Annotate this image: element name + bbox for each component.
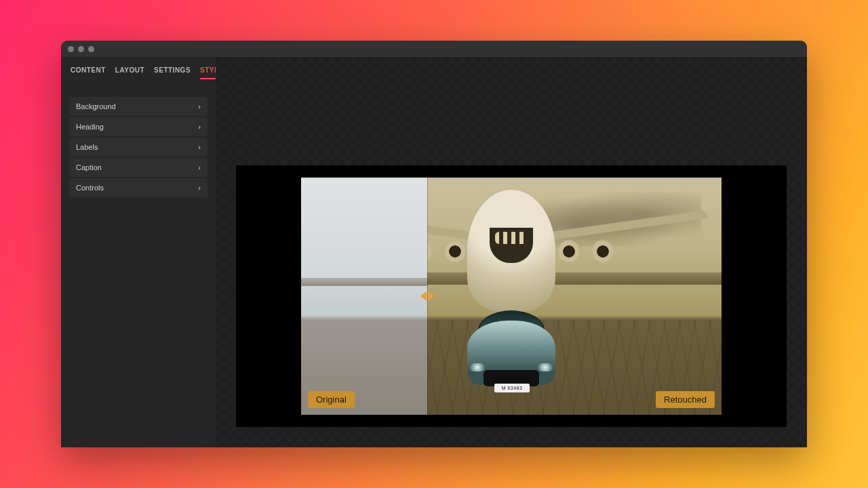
tab-settings[interactable]: SETTINGS <box>154 66 191 79</box>
menu-item-background[interactable]: Background › <box>69 97 208 116</box>
caret-left-icon <box>420 291 427 301</box>
traffic-light-minimize[interactable] <box>78 46 84 52</box>
menu-item-caption[interactable]: Caption › <box>69 158 208 177</box>
menu-item-label: Heading <box>76 123 104 131</box>
menu-item-label: Background <box>76 102 116 110</box>
chevron-right-icon: › <box>198 102 201 110</box>
tab-content[interactable]: CONTENT <box>71 66 106 79</box>
sidebar: CONTENT LAYOUT SETTINGS STYLE Background… <box>61 57 216 447</box>
chevron-right-icon: › <box>198 143 201 151</box>
window-titlebar <box>61 41 807 57</box>
menu-item-labels[interactable]: Labels › <box>69 138 208 157</box>
menu-item-label: Caption <box>76 163 102 171</box>
gradient-backdrop: CONTENT LAYOUT SETTINGS STYLE Background… <box>0 0 868 488</box>
before-image <box>301 178 427 415</box>
before-after-compare: M 63483 <box>301 178 722 415</box>
after-label-badge: Retouched <box>656 391 715 408</box>
chevron-right-icon: › <box>198 123 201 131</box>
license-plate: M 63483 <box>494 384 530 392</box>
chevron-right-icon: › <box>198 184 201 192</box>
sidebar-tabs: CONTENT LAYOUT SETTINGS STYLE <box>69 66 208 86</box>
app-window: CONTENT LAYOUT SETTINGS STYLE Background… <box>61 41 807 447</box>
menu-item-heading[interactable]: Heading › <box>69 117 208 136</box>
menu-item-controls[interactable]: Controls › <box>69 178 208 197</box>
traffic-light-close[interactable] <box>68 46 74 52</box>
traffic-light-zoom[interactable] <box>88 46 94 52</box>
caret-right-icon <box>428 291 434 301</box>
compare-slider-handle[interactable] <box>420 291 434 301</box>
window-body: CONTENT LAYOUT SETTINGS STYLE Background… <box>61 57 807 447</box>
chevron-right-icon: › <box>198 163 201 171</box>
preview-canvas: M 63483 <box>236 165 787 427</box>
menu-item-label: Controls <box>76 184 104 192</box>
style-menu: Background › Heading › Labels › Caption … <box>69 97 208 197</box>
menu-item-label: Labels <box>76 143 98 151</box>
tab-layout[interactable]: LAYOUT <box>115 66 144 79</box>
preview-area: M 63483 <box>216 57 807 447</box>
before-label-badge: Original <box>308 391 355 408</box>
